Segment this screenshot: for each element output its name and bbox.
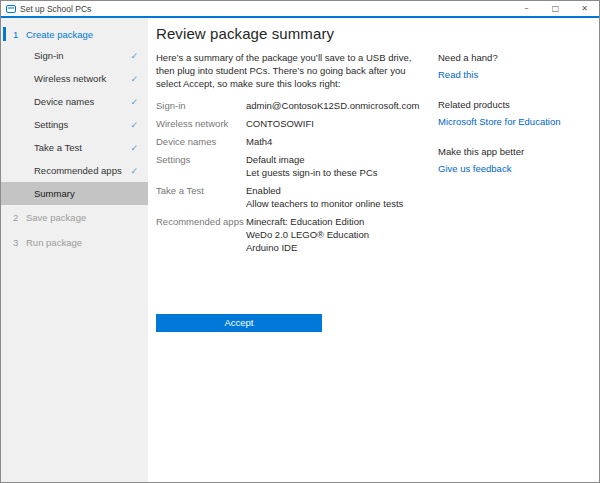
field-row-settings: Settings Default image Let guests sign-i… [156,153,426,179]
field-value: WeDo 2.0 LEGO® Education [246,228,369,241]
maximize-button[interactable]: □ [541,1,570,16]
field-row-device-names: Device names Math4 [156,135,426,148]
help-heading: Make this app better [438,145,589,158]
sidebar-item-wireless-network[interactable]: Wireless network ✓ [1,67,148,90]
field-value: Arduino IDE [246,241,369,254]
step-label: Save package [26,212,86,223]
sidebar-item-recommended-apps[interactable]: Recommended apps ✓ [1,159,148,182]
sidebar-item-take-a-test[interactable]: Take a Test ✓ [1,136,148,159]
read-this-link[interactable]: Read this [438,68,478,81]
field-value: Enabled [246,184,403,197]
sidebar-item-settings[interactable]: Settings ✓ [1,113,148,136]
field-row-wireless-network: Wireless network CONTOSOWIFI [156,117,426,130]
field-value: admin@ContosoK12SD.onmicrosoft.com [246,99,419,112]
sidebar-item-label: Take a Test [34,142,130,153]
summary-fields: Sign-in admin@ContosoK12SD.onmicrosoft.c… [156,99,426,254]
field-row-sign-in: Sign-in admin@ContosoK12SD.onmicrosoft.c… [156,99,426,112]
sidebar-item-device-names[interactable]: Device names ✓ [1,90,148,113]
page-title: Review package summary [156,24,426,44]
field-value: Allow teachers to monitor online tests [246,197,403,210]
field-value: Let guests sign-in to these PCs [246,166,378,179]
check-icon: ✓ [130,74,138,84]
field-label: Sign-in [156,99,246,112]
step-label: Run package [26,237,82,248]
field-label: Settings [156,153,246,179]
check-icon: ✓ [130,166,138,176]
sidebar-item-summary[interactable]: Summary [1,182,148,205]
window-title: Set up School PCs [20,4,91,14]
field-label: Device names [156,135,246,148]
sidebar-item-label: Summary [34,188,138,199]
help-section-need-a-hand: Need a hand? Read this [438,51,589,81]
microsoft-store-link[interactable]: Microsoft Store for Education [438,115,561,128]
field-label: Wireless network [156,117,246,130]
page-description: Here’s a summary of the package you’ll s… [156,51,426,90]
sidebar-step-run-package[interactable]: 3 Run package [1,230,148,255]
step-number: 1 [13,29,23,40]
step-label: Create package [26,29,93,40]
help-panel: Need a hand? Read this Related products … [426,18,599,482]
help-section-make-app-better: Make this app better Give us feedback [438,145,589,175]
app-icon [6,5,16,13]
field-row-recommended-apps: Recommended apps Minecraft: Education Ed… [156,215,426,254]
sidebar-item-label: Device names [34,96,130,107]
sidebar-item-label: Wireless network [34,73,130,84]
check-icon: ✓ [130,143,138,153]
help-section-related-products: Related products Microsoft Store for Edu… [438,98,589,128]
step-number: 2 [13,212,23,223]
field-value: Default image [246,153,378,166]
active-step-indicator [3,27,6,41]
minimize-button[interactable]: – [512,1,541,16]
field-label: Take a Test [156,184,246,210]
sidebar-item-label: Sign-in [34,50,130,61]
field-label: Recommended apps [156,215,246,254]
window-controls: – □ ✕ [512,1,599,16]
check-icon: ✓ [130,97,138,107]
step-number: 3 [13,237,23,248]
field-row-take-a-test: Take a Test Enabled Allow teachers to mo… [156,184,426,210]
sidebar-step-create-package[interactable]: 1 Create package [1,24,148,44]
sidebar-item-label: Recommended apps [34,165,130,176]
sidebar-item-sign-in[interactable]: Sign-in ✓ [1,44,148,67]
check-icon: ✓ [130,51,138,61]
close-button[interactable]: ✕ [570,1,599,16]
help-heading: Related products [438,98,589,111]
help-heading: Need a hand? [438,51,589,64]
sidebar-step-save-package[interactable]: 2 Save package [1,205,148,230]
accept-button[interactable]: Accept [156,314,322,332]
check-icon: ✓ [130,120,138,130]
app-window: Set up School PCs – □ ✕ 1 Create package… [0,0,600,483]
title-bar: Set up School PCs – □ ✕ [1,1,599,16]
field-value: CONTOSOWIFI [246,117,314,130]
give-feedback-link[interactable]: Give us feedback [438,162,511,175]
main-content: Review package summary Here’s a summary … [148,18,426,482]
sidebar-item-label: Settings [34,119,130,130]
field-value: Minecraft: Education Edition [246,215,369,228]
field-value: Math4 [246,135,272,148]
wizard-sidebar: 1 Create package Sign-in ✓ Wireless netw… [1,18,148,482]
